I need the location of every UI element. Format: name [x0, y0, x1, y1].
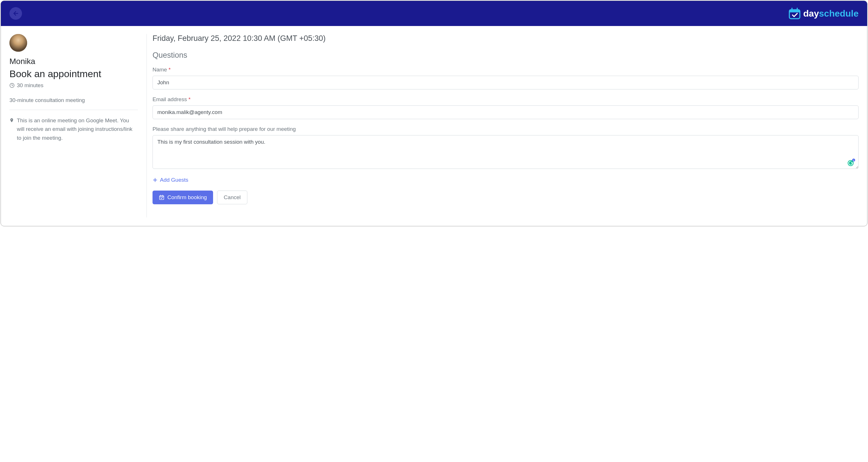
- host-name: Monika: [9, 57, 138, 66]
- svg-text:1: 1: [853, 159, 855, 162]
- grammarly-icon: 1: [847, 159, 855, 166]
- confirm-label: Confirm booking: [167, 194, 207, 201]
- notes-label: Please share anything that will help pre…: [153, 126, 859, 132]
- content: Monika Book an appointment 30 minutes 30…: [1, 26, 867, 226]
- questions-heading: Questions: [153, 51, 859, 60]
- location-text: This is an online meeting on Google Meet…: [17, 116, 138, 142]
- confirm-button[interactable]: Confirm booking: [153, 191, 213, 204]
- logo-text: dayschedule: [803, 8, 859, 19]
- arrow-left-icon: [12, 10, 19, 17]
- name-input[interactable]: [153, 76, 859, 89]
- svg-rect-1: [789, 10, 800, 12]
- add-guests-label: Add Guests: [160, 177, 188, 183]
- duration-text: 30 minutes: [17, 82, 43, 89]
- datetime-heading: Friday, February 25, 2022 10:30 AM (GMT …: [153, 34, 859, 43]
- calendar-check-icon: [788, 7, 801, 20]
- clock-icon: [9, 83, 14, 88]
- main: Friday, February 25, 2022 10:30 AM (GMT …: [147, 34, 859, 217]
- cancel-label: Cancel: [224, 194, 241, 201]
- notes-group: Please share anything that will help pre…: [153, 126, 859, 170]
- page-title: Book an appointment: [9, 68, 138, 80]
- plus-icon: [153, 178, 158, 183]
- header: dayschedule: [1, 1, 867, 26]
- sidebar: Monika Book an appointment 30 minutes 30…: [9, 34, 147, 217]
- svg-rect-8: [160, 196, 164, 199]
- avatar: [9, 34, 27, 52]
- calendar-confirm-icon: [159, 194, 164, 200]
- notes-textarea[interactable]: [153, 135, 859, 169]
- back-button[interactable]: [9, 7, 22, 20]
- cancel-button[interactable]: Cancel: [217, 191, 247, 204]
- name-group: Name *: [153, 67, 859, 89]
- logo: dayschedule: [788, 7, 859, 20]
- required-marker: *: [168, 67, 170, 72]
- email-label: Email address *: [153, 96, 859, 102]
- app-container: dayschedule Monika Book an appointment 3…: [1, 1, 867, 226]
- map-pin-icon: [9, 117, 14, 123]
- email-group: Email address *: [153, 96, 859, 119]
- consultation-description: 30-minute consultation meeting: [9, 97, 138, 103]
- required-marker: *: [188, 96, 190, 102]
- name-label: Name *: [153, 67, 859, 73]
- textarea-wrapper: 1: [153, 135, 859, 170]
- email-input[interactable]: [153, 105, 859, 119]
- button-row: Confirm booking Cancel: [153, 191, 859, 204]
- add-guests-button[interactable]: Add Guests: [153, 177, 188, 183]
- location-row: This is an online meeting on Google Meet…: [9, 116, 138, 142]
- duration-row: 30 minutes: [9, 82, 138, 89]
